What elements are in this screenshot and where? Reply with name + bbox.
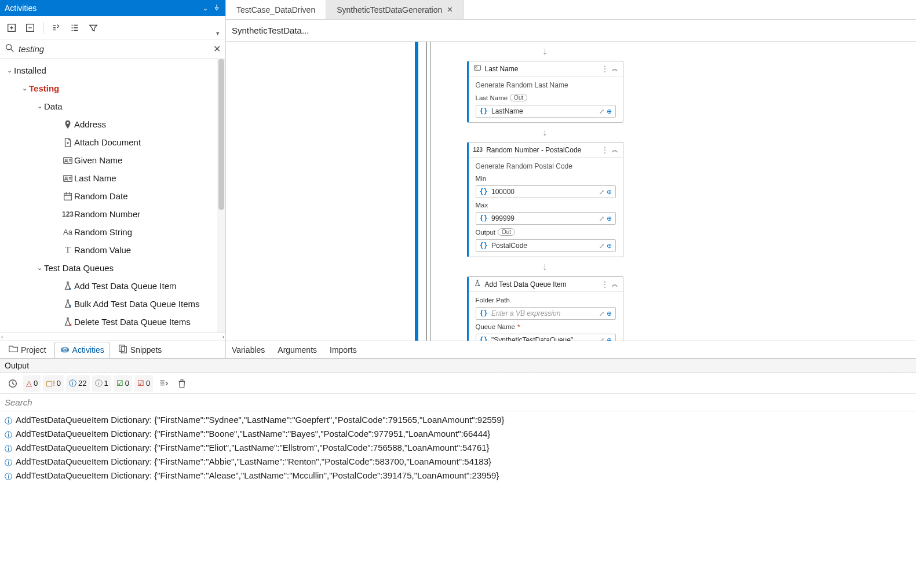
panel-dropdown-icon[interactable]: ⌄ — [203, 5, 208, 12]
flow-arrow-icon: ↓ — [542, 261, 548, 273]
activity-bulk-add-tdq[interactable]: Bulk Add Test Data Queue Items — [0, 295, 225, 313]
log-row[interactable]: ⓘAddTestDataQueueItem Dictionary: {"Firs… — [3, 469, 913, 483]
add-option-icon[interactable]: ⊕ — [607, 215, 612, 222]
tab-synthetic[interactable]: SyntheticTestDataGeneration ✕ — [326, 0, 464, 19]
tab-snippets[interactable]: Snippets — [113, 342, 166, 357]
activity-random-string[interactable]: Aa Random String — [0, 223, 225, 241]
flow-arrow-icon: ↓ — [542, 126, 548, 138]
card-menu-icon[interactable]: ⋮ — [601, 280, 608, 288]
expand-editor-icon[interactable]: ⤢ — [599, 108, 604, 115]
pin-icon[interactable] — [213, 3, 221, 13]
activities-search-row: ✕ — [0, 39, 225, 59]
tree-scrollbar[interactable] — [217, 59, 225, 333]
expand-editor-icon[interactable]: ⤢ — [599, 337, 604, 341]
timestamp-toggle-button[interactable] — [5, 375, 21, 392]
list-view-button[interactable] — [67, 20, 83, 36]
activity-card-add-tdq[interactable]: Add Test Data Queue Item ⋮ ︽ Folder Path… — [467, 276, 623, 341]
activity-address[interactable]: Address — [0, 115, 225, 133]
activity-card-last-name[interactable]: Last Name ⋮ ︽ Generate Random Last Name … — [467, 61, 623, 123]
brace-icon: {} — [480, 107, 488, 115]
workflow-canvas[interactable]: ↓ Last Name ⋮ ︽ Generate Random Last Nam… — [226, 42, 916, 341]
activities-icon — [60, 344, 70, 356]
log-row[interactable]: ⓘAddTestDataQueueItem Dictionary: {"Firs… — [3, 441, 913, 455]
clear-search-icon[interactable]: ✕ — [213, 43, 221, 54]
info-icon: ⓘ — [5, 444, 12, 454]
tab-testcase[interactable]: TestCase_DataDriven — [226, 0, 326, 19]
collapse-all-button[interactable] — [22, 20, 38, 36]
min-field[interactable]: {}100000⤢⊕ — [476, 185, 616, 198]
log-row[interactable]: ⓘAddTestDataQueueItem Dictionary: {"Firs… — [3, 414, 913, 428]
add-option-icon[interactable]: ⊕ — [607, 108, 612, 115]
activity-random-number[interactable]: 123 Random Number — [0, 205, 225, 223]
tab-arguments[interactable]: Arguments — [278, 345, 317, 355]
calendar-icon — [61, 191, 74, 202]
expand-editor-icon[interactable]: ⤢ — [599, 188, 604, 196]
close-tab-icon[interactable]: ✕ — [447, 5, 453, 14]
brace-icon: {} — [480, 188, 488, 196]
output-search-input[interactable] — [0, 394, 916, 411]
toolbar-overflow-icon[interactable]: ▾ — [216, 30, 222, 39]
max-field[interactable]: {}999999⤢⊕ — [476, 212, 616, 225]
add-option-icon[interactable]: ⊕ — [607, 337, 612, 341]
add-option-icon[interactable]: ⊕ — [607, 242, 612, 250]
activity-attach-document[interactable]: Attach Document — [0, 133, 225, 151]
tree-node-testing[interactable]: ⌄ Testing — [0, 79, 225, 97]
activities-panel-header: Activities ⌄ — [0, 0, 225, 16]
warn-filter-button[interactable]: ▢!0 — [43, 375, 64, 392]
output-panel: Output △0 ▢!0 ⓘ22 ⓘ1 ☑0 ☑0 ⓘAddTestDataQ… — [0, 358, 916, 500]
breadcrumb[interactable]: SyntheticTestData... — [226, 20, 916, 42]
expand-editor-icon[interactable]: ⤢ — [599, 310, 604, 317]
error-filter-button[interactable]: △0 — [23, 375, 41, 392]
scroll-right-icon[interactable]: › — [222, 334, 224, 340]
tree-node-installed[interactable]: ⌄ Installed — [0, 61, 225, 79]
filter-button[interactable] — [85, 20, 101, 36]
output-log[interactable]: ⓘAddTestDataQueueItem Dictionary: {"Firs… — [0, 411, 916, 500]
tab-activities[interactable]: Activities — [54, 342, 110, 358]
svg-rect-11 — [119, 345, 125, 352]
horizontal-scrollbar[interactable]: ‹ › — [0, 333, 225, 341]
folder-path-field[interactable]: {}Enter a VB expression⤢⊕ — [476, 307, 616, 320]
activity-random-date[interactable]: Random Date — [0, 187, 225, 205]
collapse-icon[interactable]: ︽ — [612, 145, 618, 154]
activity-given-name[interactable]: Given Name — [0, 151, 225, 169]
output-field[interactable]: {}PostalCode⤢⊕ — [476, 239, 616, 252]
tab-imports[interactable]: Imports — [330, 345, 357, 355]
activity-card-random-number[interactable]: 123 Random Number - PostalCode ⋮ ︽ Gener… — [467, 142, 623, 257]
export-log-button[interactable] — [155, 375, 171, 392]
lastname-output-field[interactable]: {} LastName ⤢⊕ — [476, 105, 616, 118]
tree-node-data[interactable]: ⌄ Data — [0, 97, 225, 115]
log-row[interactable]: ⓘAddTestDataQueueItem Dictionary: {"Firs… — [3, 428, 913, 441]
trace-filter-button[interactable]: ⓘ1 — [92, 375, 111, 392]
activities-search-input[interactable] — [19, 44, 210, 54]
expand-editor-icon[interactable]: ⤢ — [599, 242, 604, 250]
tab-project[interactable]: Project — [3, 342, 51, 357]
brace-icon: {} — [480, 336, 488, 341]
info-filter-button[interactable]: ⓘ22 — [66, 375, 89, 392]
activity-last-name[interactable]: Last Name — [0, 169, 225, 187]
collapse-icon[interactable]: ︽ — [612, 64, 618, 73]
add-option-icon[interactable]: ⊕ — [607, 188, 612, 196]
card-menu-icon[interactable]: ⋮ — [601, 65, 608, 73]
view-toggle-button[interactable] — [48, 20, 64, 36]
collapse-icon[interactable]: ︽ — [612, 280, 618, 288]
expand-all-button[interactable] — [3, 20, 20, 36]
tab-variables[interactable]: Variables — [232, 345, 265, 355]
type-icon: T — [61, 245, 74, 255]
activity-add-tdq-item[interactable]: Add Test Data Queue Item — [0, 277, 225, 295]
clear-log-button[interactable] — [174, 375, 190, 392]
output-search-row — [0, 394, 916, 411]
card-menu-icon[interactable]: ⋮ — [601, 146, 608, 154]
success-filter-button[interactable]: ☑0 — [114, 375, 132, 392]
activity-random-value[interactable]: T Random Value — [0, 241, 225, 259]
log-row[interactable]: ⓘAddTestDataQueueItem Dictionary: {"Firs… — [3, 455, 913, 469]
editor-tabs: TestCase_DataDriven SyntheticTestDataGen… — [226, 0, 916, 20]
tree-node-tdq[interactable]: ⌄ Test Data Queues — [0, 259, 225, 277]
scroll-left-icon[interactable]: ‹ — [1, 334, 3, 340]
expand-editor-icon[interactable]: ⤢ — [599, 215, 604, 222]
output-toolbar: △0 ▢!0 ⓘ22 ⓘ1 ☑0 ☑0 — [0, 373, 916, 394]
queue-name-field[interactable]: {}"SyntheticTestDataQueue"⤢⊕ — [476, 334, 616, 341]
fail-filter-button[interactable]: ☑0 — [134, 375, 153, 392]
add-option-icon[interactable]: ⊕ — [607, 310, 612, 317]
activity-delete-tdq[interactable]: Delete Test Data Queue Items — [0, 313, 225, 331]
snippets-icon — [118, 344, 128, 356]
